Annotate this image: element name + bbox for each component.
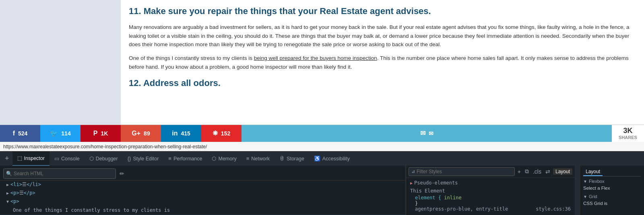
tab-console[interactable]: ▭ Console xyxy=(50,152,85,166)
flexbox-item: Select a Flex xyxy=(583,185,641,191)
share-label: SHARES xyxy=(619,135,637,140)
twitter-icon: 🐦 xyxy=(50,129,58,137)
add-tab-button[interactable]: + xyxy=(2,152,12,166)
tab-inspector-label: Inspector xyxy=(24,156,45,161)
article-link[interactable]: being well prepared for the buyers home … xyxy=(254,55,377,61)
css-rule-element: element { inline xyxy=(410,195,571,201)
pinterest-count: 1K xyxy=(101,130,108,137)
scrollbar[interactable] xyxy=(575,166,580,215)
search-html-input[interactable] xyxy=(14,171,113,176)
facebook-icon: f xyxy=(13,130,15,137)
facebook-share-button[interactable]: f 524 xyxy=(0,125,40,142)
flipboard-icon: ❋ xyxy=(213,129,218,137)
this-element-label: This Element xyxy=(410,188,445,194)
css-filter-wrap[interactable]: ⊿ xyxy=(409,167,515,176)
email-icon2: ✉ xyxy=(429,130,433,137)
style-editor-icon: {} xyxy=(128,156,131,162)
devtools-panel: 🔍 ✏ ▶<li>☰</li> ▶<p>☰</p> ▼<p> One of th… xyxy=(0,166,644,215)
flexbox-title[interactable]: ▼ Flexbox xyxy=(583,179,641,184)
inspector-icon: ⬚ xyxy=(17,155,22,161)
tab-accessibility[interactable]: ♿ Accessibility xyxy=(309,152,355,166)
add-rule-button[interactable]: + xyxy=(516,168,522,175)
css-content: ▶ Pseudo-elements This Element element {… xyxy=(406,178,575,215)
pinterest-share-button[interactable]: P 1K xyxy=(80,125,121,142)
tab-debugger[interactable]: ⬡ Debugger xyxy=(85,152,123,166)
html-line-4: One of the things I constantly stress to… xyxy=(0,206,405,215)
tab-performance-label: Performance xyxy=(173,156,202,162)
tab-network-label: Network xyxy=(251,156,270,162)
performance-icon: ≡ xyxy=(168,156,171,162)
article-content: 11. Make sure you repair the things that… xyxy=(121,0,644,125)
linkedin-count: 415 xyxy=(181,130,190,137)
layout-tab-layout[interactable]: Layout xyxy=(583,168,603,176)
tab-storage-label: Storage xyxy=(287,156,304,162)
article-heading-2: 12. Address all odors. xyxy=(129,76,636,90)
triangle-icon: ▶ xyxy=(6,182,9,187)
layout-panel: Layout ▼ Flexbox Select a Flex ▼ Grid CS… xyxy=(580,166,644,215)
google-share-button[interactable]: G+ 89 xyxy=(121,125,161,142)
url-bar: https://www.maxrealestateexposure.com/ho… xyxy=(0,141,644,151)
share-bar: f 524 🐦 114 P 1K G+ 89 in 415 ❋ 152 ✉ ✉ … xyxy=(0,125,644,141)
share-count: 3K xyxy=(623,127,632,135)
css-computed-row: agentpress-pro-blue, entry-title style.c… xyxy=(410,206,571,212)
paragraph2-pre: One of the things I constantly stress to… xyxy=(129,55,254,61)
this-element-title: This Element xyxy=(410,188,571,194)
memory-icon: ⬡ xyxy=(212,156,216,162)
tab-memory-label: Memory xyxy=(218,156,236,162)
grid-label: Grid xyxy=(589,194,597,199)
triangle-icon-3: ▼ xyxy=(6,199,9,204)
css-toolbar: ⊿ + ⧉ .cls ⇄ Layout xyxy=(406,166,575,178)
pseudo-elements-label: Pseudo-elements xyxy=(414,180,458,186)
flipboard-share-button[interactable]: ❋ 152 xyxy=(201,125,242,142)
google-count: 89 xyxy=(144,130,150,137)
tab-performance[interactable]: ≡ Performance xyxy=(163,152,207,166)
pinterest-icon: P xyxy=(93,130,98,137)
grid-title[interactable]: ▼ Grid xyxy=(583,194,641,199)
grid-arrow: ▼ xyxy=(583,195,587,199)
flexbox-label: Flexbox xyxy=(589,179,605,184)
email-share-button[interactable]: ✉ ✉ xyxy=(242,125,612,142)
layout-toggle-button[interactable]: ⇄ xyxy=(544,168,551,175)
article-heading-1: 11. Make sure you repair the things that… xyxy=(129,4,636,18)
html-panel: 🔍 ✏ ▶<li>☰</li> ▶<p>☰</p> ▼<p> One of th… xyxy=(0,166,406,215)
html-toolbar: 🔍 ✏ xyxy=(0,167,405,180)
url-text: https://www.maxrealestateexposure.com/ho… xyxy=(3,144,207,149)
tab-memory[interactable]: ⬡ Memory xyxy=(207,152,241,166)
tab-style-editor-label: Style Editor xyxy=(133,156,159,162)
main-content: 11. Make sure you repair the things that… xyxy=(0,0,644,125)
linkedin-share-button[interactable]: in 415 xyxy=(161,125,201,142)
tab-inspector[interactable]: ⬚ Inspector xyxy=(12,152,50,166)
flexbox-arrow: ▼ xyxy=(583,179,587,184)
tab-network[interactable]: ≡ Network xyxy=(242,152,275,166)
pseudo-elements-section: ▶ Pseudo-elements xyxy=(410,180,571,186)
html-line-3: ▼<p> xyxy=(0,197,405,206)
arrow-icon: ▶ xyxy=(410,181,413,185)
twitter-count: 114 xyxy=(61,130,70,137)
tab-debugger-label: Debugger xyxy=(96,156,118,162)
linkedin-icon: in xyxy=(172,130,178,137)
layout-tab-bar: Layout xyxy=(583,168,641,176)
tab-console-label: Console xyxy=(61,156,80,162)
email-icon: ✉ xyxy=(420,129,425,137)
layout-tab-button[interactable]: Layout xyxy=(553,168,572,175)
tab-storage[interactable]: 🛢 Storage xyxy=(275,152,309,166)
search-html-wrap[interactable]: 🔍 xyxy=(3,168,116,179)
accessibility-icon: ♿ xyxy=(314,156,320,162)
total-shares: 3K SHARES xyxy=(612,125,644,142)
twitter-share-button[interactable]: 🐦 114 xyxy=(40,125,80,142)
css-filter-input[interactable] xyxy=(417,169,512,174)
flexbox-section: ▼ Flexbox Select a Flex xyxy=(583,179,641,191)
cls-button[interactable]: .cls xyxy=(532,168,543,175)
tab-style-editor[interactable]: {} Style Editor xyxy=(123,152,164,166)
debugger-icon: ⬡ xyxy=(89,156,94,162)
copy-rule-button[interactable]: ⧉ xyxy=(524,168,530,175)
pseudo-elements-title[interactable]: ▶ Pseudo-elements xyxy=(410,180,571,186)
grid-section: ▼ Grid CSS Grid is xyxy=(583,194,641,206)
this-element-section: This Element element { inline } agentpre… xyxy=(410,188,571,212)
triangle-icon-2: ▶ xyxy=(6,191,9,195)
article-paragraph-1: Many renovations are arguably a bad inve… xyxy=(129,23,636,49)
console-icon: ▭ xyxy=(54,156,59,162)
html-line-2: ▶<p>☰</p> xyxy=(0,189,405,197)
pencil-icon[interactable]: ✏ xyxy=(118,170,126,177)
tab-accessibility-label: Accessibility xyxy=(322,156,350,162)
